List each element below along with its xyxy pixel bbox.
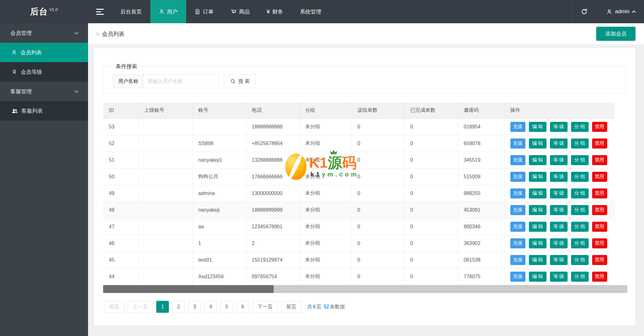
nav-tab-1[interactable]: 用户 xyxy=(150,0,186,23)
last-page-button[interactable]: 尾页 xyxy=(281,301,301,313)
edit-button[interactable]: 编辑 xyxy=(529,122,547,132)
table-cell: 未分组 xyxy=(299,135,352,152)
group-button[interactable]: 分组 xyxy=(571,238,589,248)
nav-tab-0[interactable]: 后台首页 xyxy=(112,0,150,23)
level-button[interactable]: 等级 xyxy=(550,122,568,132)
disable-button[interactable]: 禁用 xyxy=(592,172,607,182)
recharge-button[interactable]: 充值 xyxy=(510,222,525,232)
edit-button[interactable]: 编辑 xyxy=(529,272,547,282)
recharge-button[interactable]: 充值 xyxy=(510,155,525,165)
table-cell: 13288888888 xyxy=(246,152,299,168)
level-button[interactable]: 等级 xyxy=(550,138,568,149)
group-button[interactable]: 分组 xyxy=(571,222,589,232)
nav-tab-label: 用户 xyxy=(167,8,178,15)
disable-button[interactable]: 禁用 xyxy=(592,272,607,282)
page-button-5[interactable]: 5 xyxy=(220,301,233,313)
username-input[interactable] xyxy=(143,74,219,88)
pagination: 首页上一页123456下一页尾页共6页52条数据 xyxy=(104,301,345,313)
horizontal-scrollbar[interactable] xyxy=(103,285,627,293)
group-button[interactable]: 分组 xyxy=(571,255,589,265)
recharge-button[interactable]: 充值 xyxy=(510,272,525,282)
group-button[interactable]: 分组 xyxy=(571,188,589,198)
user-icon xyxy=(11,50,17,55)
edit-button[interactable]: 编辑 xyxy=(529,188,547,198)
page-button-1[interactable]: 1 xyxy=(156,301,169,313)
sidebar-group-0[interactable]: 会员管理 xyxy=(0,23,88,43)
recharge-button[interactable]: 充值 xyxy=(510,138,525,149)
disable-button[interactable]: 禁用 xyxy=(592,188,607,198)
table-row: 49admina13000000000未分组00989255充值编辑等级分组禁用 xyxy=(103,185,614,202)
disable-button[interactable]: 禁用 xyxy=(592,122,607,132)
table-cell: 0 xyxy=(352,252,404,268)
disable-button[interactable]: 禁用 xyxy=(592,222,607,232)
menu-collapse-icon[interactable] xyxy=(88,0,112,23)
disable-button[interactable]: 禁用 xyxy=(592,238,607,248)
recharge-button[interactable]: 充值 xyxy=(510,238,525,248)
edit-button[interactable]: 编辑 xyxy=(529,172,547,182)
table-cell: 0 xyxy=(352,152,404,168)
disable-button[interactable]: 禁用 xyxy=(592,255,607,265)
nav-tab-4[interactable]: ¥财务 xyxy=(258,0,291,23)
table-cell: 0 xyxy=(404,202,458,218)
sidebar-group-1[interactable]: 客服管理 xyxy=(0,82,88,101)
table-cell xyxy=(138,252,192,268)
column-header: 已完成单数 xyxy=(404,103,458,118)
level-button[interactable]: 等级 xyxy=(550,205,568,215)
page-button-6[interactable]: 6 xyxy=(236,301,249,313)
recharge-button[interactable]: 充值 xyxy=(510,122,525,132)
page-button-2[interactable]: 2 xyxy=(172,301,185,313)
disable-button[interactable]: 禁用 xyxy=(592,138,607,149)
level-button[interactable]: 等级 xyxy=(550,188,568,198)
first-page-button[interactable]: 首页 xyxy=(104,301,124,313)
sidebar-item-0-1[interactable]: 会员等级 xyxy=(0,62,88,82)
prev-page-button[interactable]: 上一页 xyxy=(128,301,153,313)
edit-button[interactable]: 编辑 xyxy=(529,222,547,232)
table-cell: 2 xyxy=(246,235,299,252)
level-button[interactable]: 等级 xyxy=(550,238,568,248)
group-button[interactable]: 分组 xyxy=(571,138,589,149)
chevron-up-icon xyxy=(632,10,636,14)
sidebar-item-0-0[interactable]: 会员列表 xyxy=(0,43,88,62)
recharge-button[interactable]: 充值 xyxy=(510,172,525,182)
group-button[interactable]: 分组 xyxy=(571,172,589,182)
search-button[interactable]: 搜 索 xyxy=(224,74,256,88)
sidebar-item-1-0[interactable]: 客服列表 xyxy=(0,101,88,121)
disable-button[interactable]: 禁用 xyxy=(592,155,607,165)
recharge-button[interactable]: 充值 xyxy=(510,205,525,215)
table-cell: 48 xyxy=(103,202,138,218)
admin-menu[interactable]: admin xyxy=(597,0,644,23)
level-button[interactable]: 等级 xyxy=(550,155,568,165)
scrollbar-thumb[interactable] xyxy=(103,285,274,293)
edit-button[interactable]: 编辑 xyxy=(529,255,547,265)
edit-button[interactable]: 编辑 xyxy=(529,238,547,248)
nav-tab-2[interactable]: 订单 xyxy=(186,0,222,23)
add-member-button[interactable]: 添加会员 xyxy=(596,27,636,41)
table-cell xyxy=(138,202,192,218)
group-button[interactable]: 分组 xyxy=(571,272,589,282)
nav-tab-label: 商品 xyxy=(239,8,250,15)
table-cell: 0 xyxy=(352,235,404,252)
page-button-3[interactable]: 3 xyxy=(188,301,201,313)
group-button[interactable]: 分组 xyxy=(571,155,589,165)
level-button[interactable]: 等级 xyxy=(550,255,568,265)
nav-tab-3[interactable]: 商品 xyxy=(222,0,258,23)
level-button[interactable]: 等级 xyxy=(550,272,568,282)
level-button[interactable]: 等级 xyxy=(550,172,568,182)
disable-button[interactable]: 禁用 xyxy=(592,205,607,215)
page-button-4[interactable]: 4 xyxy=(204,301,217,313)
edit-button[interactable]: 编辑 xyxy=(529,205,547,215)
level-button[interactable]: 等级 xyxy=(550,222,568,232)
group-button[interactable]: 分组 xyxy=(571,122,589,132)
table-cell: 0 xyxy=(352,202,404,218)
group-button[interactable]: 分组 xyxy=(571,205,589,215)
table-cell: 860346 xyxy=(458,218,504,235)
table-row: 50狗狗公共17666666666未分组00515008充值编辑等级分组禁用 xyxy=(103,168,614,185)
next-page-button[interactable]: 下一页 xyxy=(253,301,278,313)
nav-tab-5[interactable]: 系统管理 xyxy=(291,0,330,23)
refresh-button[interactable] xyxy=(571,0,597,23)
edit-button[interactable]: 编辑 xyxy=(529,155,547,165)
recharge-button[interactable]: 充值 xyxy=(510,255,525,265)
table-cell: 47 xyxy=(103,218,138,235)
edit-button[interactable]: 编辑 xyxy=(529,138,547,149)
recharge-button[interactable]: 充值 xyxy=(510,188,525,198)
